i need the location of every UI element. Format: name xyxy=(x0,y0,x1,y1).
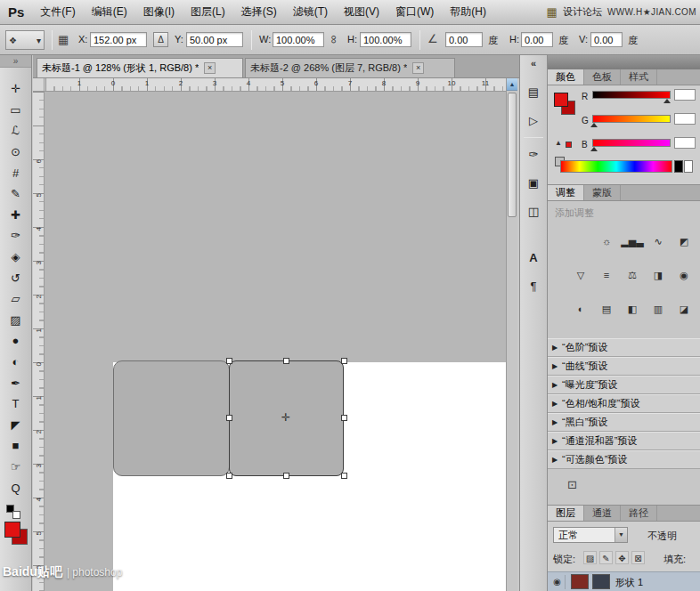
healing-brush-tool[interactable]: ✚ xyxy=(0,205,31,226)
brush-tool[interactable]: ✑ xyxy=(0,225,31,247)
gamut-warning-icon[interactable]: ▲ xyxy=(555,139,562,147)
blue-slider[interactable] xyxy=(592,139,671,147)
blue-value-input[interactable] xyxy=(674,137,696,149)
white-swatch[interactable] xyxy=(684,160,693,173)
vskew-input[interactable] xyxy=(590,32,623,47)
rotate-input[interactable] xyxy=(445,32,483,47)
quick-selection-tool[interactable]: ⊙ xyxy=(0,142,31,163)
gamut-color-swatch[interactable] xyxy=(566,142,572,148)
close-icon[interactable]: × xyxy=(204,62,216,74)
type-tool[interactable]: T xyxy=(0,393,31,415)
layer-comps-panel-icon[interactable]: ◫ xyxy=(523,201,544,221)
tab-channels[interactable]: 通道 xyxy=(584,506,621,521)
zoom-tool[interactable]: Q xyxy=(0,477,31,498)
dock-header[interactable] xyxy=(548,55,700,69)
brightness-contrast-icon[interactable]: ☼ xyxy=(598,233,615,249)
menu-image[interactable]: 图像(I) xyxy=(135,0,183,24)
tab-layers[interactable]: 图层 xyxy=(548,506,584,521)
preset-selective-color[interactable]: ▶ “可选颜色”预设 xyxy=(548,450,700,469)
menu-filter[interactable]: 滤镜(T) xyxy=(285,0,336,24)
gradient-tool[interactable]: ▨ xyxy=(0,310,31,331)
color-spectrum-ramp[interactable] xyxy=(560,160,672,173)
canvas[interactable]: ✛ xyxy=(45,92,506,591)
blur-tool[interactable]: ● xyxy=(0,330,31,352)
move-tool[interactable]: ✛ xyxy=(0,78,31,100)
character-panel-icon[interactable]: A xyxy=(523,247,544,267)
reference-point-grid-icon[interactable]: ▦ xyxy=(58,33,69,46)
history-brush-tool[interactable]: ↺ xyxy=(0,267,31,288)
toolbar-collapse-icon[interactable]: » xyxy=(0,55,31,68)
expanded-view-icon[interactable]: ⊡ xyxy=(567,478,577,491)
paragraph-panel-icon[interactable]: ¶ xyxy=(523,276,544,296)
shape-tool[interactable]: ■ xyxy=(0,435,31,457)
pen-tool[interactable]: ✒ xyxy=(0,372,31,393)
preset-black-white[interactable]: ▶ “黑白”预设 xyxy=(548,413,700,432)
tab-masks[interactable]: 蒙版 xyxy=(584,185,621,200)
lock-all-icon[interactable]: ⊠ xyxy=(631,551,645,564)
gradient-map-icon[interactable]: ▥ xyxy=(649,301,667,317)
transform-handle-ne[interactable] xyxy=(341,358,347,364)
clone-source-panel-icon[interactable]: ▣ xyxy=(523,173,544,192)
hue-saturation-icon[interactable]: ≡ xyxy=(598,267,615,283)
tab-color[interactable]: 颜色 xyxy=(548,69,584,85)
x-input[interactable] xyxy=(90,32,147,47)
transform-handle-sw[interactable] xyxy=(226,473,232,479)
preset-hue-saturation[interactable]: ▶ “色相/饱和度”预设 xyxy=(548,394,700,413)
link-wh-icon[interactable]: ∞ xyxy=(328,36,341,44)
red-value-input[interactable] xyxy=(674,89,696,101)
scrollbar-thumb[interactable] xyxy=(508,93,517,217)
menu-select[interactable]: 选择(S) xyxy=(233,0,285,24)
lock-image-pixels-icon[interactable]: ✎ xyxy=(599,551,613,564)
default-colors-icon[interactable] xyxy=(12,511,20,519)
lock-transparent-pixels-icon[interactable]: ▨ xyxy=(583,551,597,564)
layer-thumbnail[interactable] xyxy=(571,574,589,589)
preset-exposure[interactable]: ▶ “曝光度”预设 xyxy=(548,376,700,394)
curves-icon[interactable]: ∿ xyxy=(649,233,667,249)
transform-handle-s[interactable] xyxy=(283,473,289,479)
tool-preset-picker[interactable]: ❖ ▾ xyxy=(5,30,45,50)
foreground-color-swatch[interactable] xyxy=(554,93,568,107)
green-slider[interactable] xyxy=(592,115,671,123)
history-panel-icon[interactable]: ▤ xyxy=(523,82,544,101)
y-input[interactable] xyxy=(186,32,243,47)
rounded-rectangle-shape-left[interactable] xyxy=(113,360,230,476)
menu-window[interactable]: 窗口(W) xyxy=(387,0,442,24)
eyedropper-tool[interactable]: ✎ xyxy=(0,183,31,205)
blue-slider-thumb[interactable] xyxy=(590,147,598,151)
tab-adjustments[interactable]: 调整 xyxy=(548,185,584,200)
transform-handle-e[interactable] xyxy=(341,415,347,421)
close-icon[interactable]: × xyxy=(412,62,424,74)
lasso-tool[interactable]: ℒ xyxy=(0,120,31,142)
levels-icon[interactable]: ▂▅▃ xyxy=(623,233,641,249)
preset-levels[interactable]: ▶ “色阶”预设 xyxy=(548,338,700,357)
path-selection-tool[interactable]: ◤ xyxy=(0,415,31,436)
expand-dock-icon[interactable]: « xyxy=(520,58,547,69)
red-slider[interactable] xyxy=(592,91,671,99)
green-value-input[interactable] xyxy=(674,113,696,125)
transform-handle-nw[interactable] xyxy=(226,358,232,364)
menu-file[interactable]: 文件(F) xyxy=(32,0,83,24)
transform-handle-n[interactable] xyxy=(283,358,289,364)
height-input[interactable] xyxy=(360,32,411,47)
foreground-color-swatch[interactable] xyxy=(4,522,20,538)
hand-tool[interactable]: ☞ xyxy=(0,457,31,478)
layer-vector-mask-thumbnail[interactable] xyxy=(592,574,610,589)
threshold-icon[interactable]: ◧ xyxy=(623,301,641,317)
eraser-tool[interactable]: ▱ xyxy=(0,288,31,310)
relative-position-delta-button[interactable]: Δ xyxy=(153,32,168,47)
hskew-input[interactable] xyxy=(521,32,553,47)
menu-help[interactable]: 帮助(H) xyxy=(442,0,494,24)
posterize-icon[interactable]: ▤ xyxy=(598,301,615,317)
scroll-up-icon[interactable]: ▲ xyxy=(507,78,517,91)
menu-view[interactable]: 视图(V) xyxy=(336,0,387,24)
actions-panel-icon[interactable]: ▷ xyxy=(523,110,544,130)
blend-mode-select[interactable]: 正常 ▼ xyxy=(553,527,628,543)
width-input[interactable] xyxy=(273,32,324,47)
doc-tab-untitled-2[interactable]: 未标题-2 @ 268% (图层 7, RGB/8) * × xyxy=(245,58,455,77)
transform-handle-se[interactable] xyxy=(341,473,347,479)
photo-filter-icon[interactable]: ◉ xyxy=(675,267,693,283)
red-slider-thumb[interactable] xyxy=(663,99,671,103)
menu-layer[interactable]: 图层(L) xyxy=(183,0,233,24)
clone-stamp-tool[interactable]: ◈ xyxy=(0,247,31,268)
color-balance-icon[interactable]: ⚖ xyxy=(623,267,641,283)
